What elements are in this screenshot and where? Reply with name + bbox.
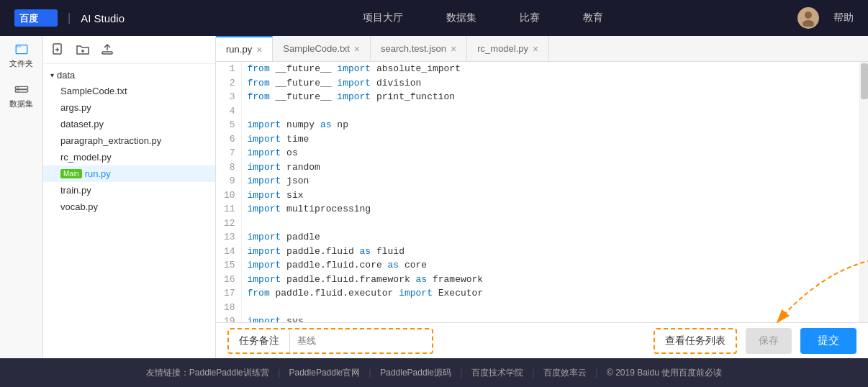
nav-competition[interactable]: 比赛 [520,12,540,24]
bottom-bar: 任务备注 查看任务列表 保存 提交 [216,322,868,358]
tab-samplecode-label: SampleCode.txt [283,43,350,54]
file-toolbar [43,36,215,64]
table-row: 5import numpy as np [216,118,868,132]
table-row: 3from __future__ import print_function [216,90,868,104]
filename-paragraph: paragraph_extraction.py [60,135,161,146]
tab-samplecode[interactable]: SampleCode.txt × [273,36,371,62]
sidebar: 文件夹 数据集 [0,36,43,358]
folder-data[interactable]: ▾ data [43,68,215,83]
svg-rect-4 [16,45,21,47]
svg-rect-14 [102,52,112,54]
save-button[interactable]: 保存 [746,328,792,354]
file-vocab[interactable]: vocab.py [43,199,215,215]
file-label: 文件夹 [9,58,33,69]
file-train[interactable]: train.py [43,182,215,199]
nav-education[interactable]: 教育 [583,12,603,24]
table-row: 2from __future__ import division [216,76,868,91]
new-folder-button[interactable] [75,42,91,58]
tab-search-json-close[interactable]: × [451,44,456,54]
filename-train: train.py [60,185,91,196]
svg-point-1 [805,12,812,19]
scrollbar-thumb[interactable] [861,63,868,99]
footer-link-2[interactable]: PaddlePaddle源码 [380,367,451,379]
svg-rect-7 [17,88,19,88]
footer-link-1[interactable]: PaddlePaddle官网 [289,367,361,379]
file-samplecode[interactable]: SampleCode.txt [43,83,215,99]
help-link[interactable]: 帮助 [833,12,854,24]
table-row: 1from __future__ import absolute_import [216,62,868,76]
filename-args: args.py [60,102,91,113]
ai-studio-label: AI Studio [81,12,125,24]
main-layout: 文件夹 数据集 [0,36,868,358]
tabs-bar: run.py × SampleCode.txt × search.test.js… [216,36,868,62]
bottom-bar-wrapper: 任务备注 查看任务列表 保存 提交 [216,322,868,358]
file-dataset[interactable]: dataset.py [43,116,215,132]
file-args[interactable]: args.py [43,99,215,116]
tab-samplecode-close[interactable]: × [354,44,360,54]
tab-rcmodel[interactable]: rc_model.py × [467,36,549,62]
file-tree: ▾ data SampleCode.txt args.py dataset.py… [43,64,215,358]
folder-name: data [57,70,75,81]
nav-right: 帮助 [797,7,854,29]
file-rcmodel[interactable]: rc_model.py [43,149,215,165]
nav-projects[interactable]: 项目大厅 [363,12,403,24]
table-row: 6import time [216,132,868,147]
code-table: 1from __future__ import absolute_import … [216,62,868,322]
submit-button[interactable]: 提交 [800,328,856,354]
filename-rcmodel: rc_model.py [60,152,112,163]
file-paragraph[interactable]: paragraph_extraction.py [43,132,215,149]
table-row: 17from paddle.fluid.executor import Exec… [216,286,868,301]
footer-sep-4: ｜ [592,367,601,379]
tab-search-json-label: search.test.json [381,43,446,54]
main-badge: Main [60,169,82,178]
table-row: 9import json [216,174,868,188]
new-file-button[interactable] [50,42,66,58]
baidu-logo: 百度 [14,9,58,27]
table-row: 19import sys [216,314,868,322]
filename-dataset: dataset.py [60,119,104,129]
table-row: 12 [216,217,868,231]
footer-link-3[interactable]: 百度技术学院 [471,367,523,379]
footer-sep-1: ｜ [366,367,374,379]
top-nav: 百度 | AI Studio 项目大厅 数据集 比赛 教育 帮助 [0,0,868,36]
table-row: 14import paddle.fluid as fluid [216,245,868,259]
filename-vocab: vocab.py [60,201,98,212]
code-container[interactable]: 1from __future__ import absolute_import … [216,62,868,322]
footer-link-4[interactable]: 百度效率云 [543,367,587,379]
svg-rect-8 [17,91,19,91]
filename-samplecode: SampleCode.txt [60,86,127,96]
file-run[interactable]: Main run.py [43,165,215,182]
svg-point-2 [803,20,814,27]
view-tasks-button[interactable]: 查看任务列表 [654,328,737,354]
nav-items: 项目大厅 数据集 比赛 教育 [168,12,797,24]
sidebar-dataset-icon[interactable]: 数据集 [9,83,35,109]
table-row: 7import os [216,146,868,160]
logo-area: 百度 | AI Studio [14,9,125,27]
footer: 友情链接： PaddlePaddle训练营 ｜ PaddlePaddle官网 ｜… [0,358,868,387]
tab-run-py-close[interactable]: × [256,45,262,55]
table-row: 16import paddle.fluid.framework as frame… [216,273,868,287]
upload-button[interactable] [99,42,115,58]
tab-rcmodel-close[interactable]: × [533,44,538,54]
scrollbar-track[interactable] [859,62,868,322]
sidebar-file-icon[interactable]: 文件夹 [9,43,35,69]
table-row: 13import paddle [216,230,868,245]
dataset-label: 数据集 [9,99,33,109]
footer-sep-2: ｜ [457,367,466,379]
file-panel: ▾ data SampleCode.txt args.py dataset.py… [43,36,216,358]
nav-datasets[interactable]: 数据集 [446,12,476,24]
task-note-label[interactable]: 任务备注 [229,329,290,352]
table-row: 11import multiprocessing [216,202,868,217]
filename-run: run.py [85,168,111,179]
svg-text:百度: 百度 [19,13,39,24]
user-avatar[interactable] [797,7,819,29]
editor-area: run.py × SampleCode.txt × search.test.js… [216,36,868,358]
tab-run-py[interactable]: run.py × [216,36,273,62]
tab-search-json[interactable]: search.test.json × [371,36,467,62]
footer-link-0[interactable]: PaddlePaddle训练营 [189,367,269,379]
baseline-input[interactable] [290,329,432,352]
table-row: 4 [216,104,868,119]
footer-copyright: © 2019 Baidu 使用百度前必读 [607,367,722,379]
table-row: 18 [216,301,868,315]
task-input-group: 任务备注 [227,328,433,354]
